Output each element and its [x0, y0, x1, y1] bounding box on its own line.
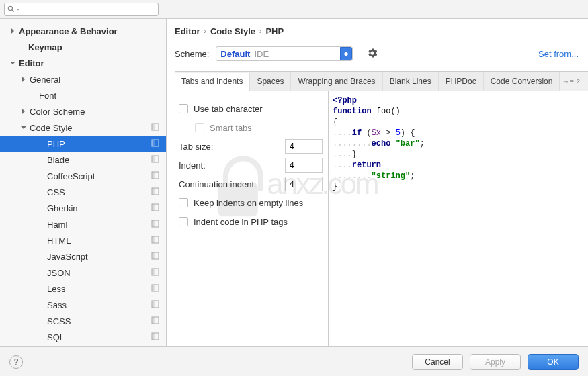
chevron-down-icon [20, 124, 27, 131]
sidebar-item-label: SQL [47, 332, 65, 342]
svg-rect-3 [152, 124, 155, 130]
keep-indents-checkbox[interactable]: Keep indents on empty lines [179, 193, 323, 212]
module-icon [151, 155, 161, 164]
ok-button[interactable]: OK [528, 354, 579, 370]
smart-tabs-checkbox: Smart tabs [179, 118, 323, 137]
chevron-right-icon [9, 28, 16, 34]
set-from-link[interactable]: Set from... [538, 49, 579, 59]
sidebar-item-color-scheme[interactable]: Color Scheme [0, 103, 166, 120]
scheme-label: Scheme: [175, 49, 209, 59]
gear-icon[interactable] [368, 48, 377, 60]
indent-input[interactable] [285, 158, 323, 173]
module-icon [151, 316, 161, 326]
search-input[interactable]: - [4, 3, 159, 16]
sidebar-item-html[interactable]: HTML [0, 232, 166, 248]
sidebar-item-json[interactable]: JSON [0, 265, 166, 281]
sidebar-item-label: Editor [19, 58, 44, 68]
sidebar-item-label: Appearance & Behavior [19, 26, 118, 36]
sidebar-item-label: HTML [47, 236, 71, 246]
module-icon [151, 187, 161, 197]
apply-button: Apply [470, 354, 521, 370]
sidebar-item-font[interactable]: Font [0, 87, 166, 103]
tab-wrapping-and-braces[interactable]: Wrapping and Braces [291, 72, 382, 91]
sidebar-item-label: Color Scheme [30, 107, 85, 117]
sidebar-item-gherkin[interactable]: Gherkin [0, 200, 166, 216]
sidebar-item-label: CSS [47, 187, 65, 197]
tab-size-label: Tab size: [179, 142, 213, 152]
tab-code-conversion[interactable]: Code Conversion [484, 72, 560, 91]
checkbox-icon [179, 198, 188, 207]
tabs: Tabs and IndentsSpacesWrapping and Brace… [175, 71, 588, 91]
checkbox-icon [179, 104, 188, 113]
code-preview: <?php function foo() { ....if ($x > 5) {… [328, 91, 588, 346]
svg-rect-7 [152, 156, 155, 162]
sidebar-item-editor[interactable]: Editor [0, 55, 166, 71]
checkbox-icon [179, 217, 188, 226]
sidebar-item-coffeescript[interactable]: CoffeeScript [0, 168, 166, 184]
top-bar: - [0, 0, 588, 19]
tabs-overflow-icon[interactable]: ↔≡ 2 [562, 77, 583, 85]
sidebar-item-label: JavaScript [47, 252, 88, 262]
sidebar-item-javascript[interactable]: JavaScript [0, 248, 166, 265]
tab-spaces[interactable]: Spaces [250, 72, 291, 91]
sidebar-item-label: Blade [47, 155, 69, 165]
sidebar-item-label: General [30, 75, 60, 85]
sidebar-item-sql[interactable]: SQL [0, 329, 166, 345]
module-icon [151, 332, 161, 342]
chevron-right-icon [20, 108, 27, 115]
svg-rect-27 [152, 317, 155, 324]
search-icon [7, 5, 15, 13]
settings-tree[interactable]: Appearance & BehaviorKeymapEditorGeneral… [0, 19, 167, 346]
tab-blank-lines[interactable]: Blank Lines [383, 72, 439, 91]
tab-phpdoc[interactable]: PHPDoc [439, 72, 484, 91]
scheme-select[interactable]: Default IDE [216, 46, 353, 61]
sidebar-item-label: Haml [47, 220, 67, 230]
sidebar-item-scss[interactable]: SCSS [0, 313, 166, 329]
module-icon [151, 123, 161, 132]
sidebar-item-code-style[interactable]: Code Style [0, 120, 166, 136]
svg-rect-5 [152, 140, 155, 146]
chevron-right-icon: › [259, 28, 261, 35]
svg-rect-21 [152, 269, 155, 275]
scheme-sub: IDE [254, 49, 269, 59]
sidebar-item-less[interactable]: Less [0, 281, 166, 297]
indent-php-checkbox[interactable]: Indent code in PHP tags [179, 212, 323, 231]
tab-size-input[interactable] [285, 139, 323, 154]
breadcrumb-item: Code Style [210, 26, 255, 36]
continuation-indent-input[interactable] [285, 177, 323, 191]
sidebar-item-label: CoffeeScript [47, 171, 95, 181]
sidebar-item-label: Code Style [30, 123, 73, 133]
module-icon [151, 300, 161, 310]
sidebar-item-label: Keymap [28, 42, 62, 52]
sidebar-item-blade[interactable]: Blade [0, 152, 166, 168]
chevron-right-icon: › [204, 28, 206, 35]
sidebar-item-appearance-behavior[interactable]: Appearance & Behavior [0, 23, 166, 39]
svg-line-1 [12, 10, 14, 12]
sidebar-item-sass[interactable]: Sass [0, 297, 166, 313]
module-icon [151, 236, 161, 245]
footer: ? Cancel Apply OK [0, 346, 588, 376]
use-tab-checkbox[interactable]: Use tab character [179, 99, 323, 118]
help-icon[interactable]: ? [9, 355, 23, 369]
sidebar-item-keymap[interactable]: Keymap [0, 39, 166, 55]
sidebar-item-haml[interactable]: Haml [0, 216, 166, 232]
cancel-button[interactable]: Cancel [412, 354, 463, 370]
svg-rect-23 [152, 285, 155, 291]
module-icon [151, 171, 161, 181]
module-icon [151, 284, 161, 293]
chevron-right-icon [20, 76, 27, 83]
svg-rect-11 [152, 188, 155, 195]
sidebar-item-css[interactable]: CSS [0, 184, 166, 200]
sidebar-item-general[interactable]: General [0, 71, 166, 87]
search-placeholder-dash: - [17, 5, 19, 14]
dropdown-arrow-icon[interactable] [340, 47, 352, 60]
tab-tabs-and-indents[interactable]: Tabs and Indents [175, 73, 250, 91]
sidebar-item-label: Gherkin [47, 203, 78, 214]
scheme-value: Default [220, 49, 250, 59]
module-icon [151, 139, 161, 148]
svg-point-0 [8, 6, 12, 10]
module-icon [151, 203, 161, 213]
sidebar-item-label: JSON [47, 268, 71, 278]
sidebar-item-php[interactable]: PHP [0, 136, 166, 152]
breadcrumb-item: PHP [265, 26, 284, 36]
